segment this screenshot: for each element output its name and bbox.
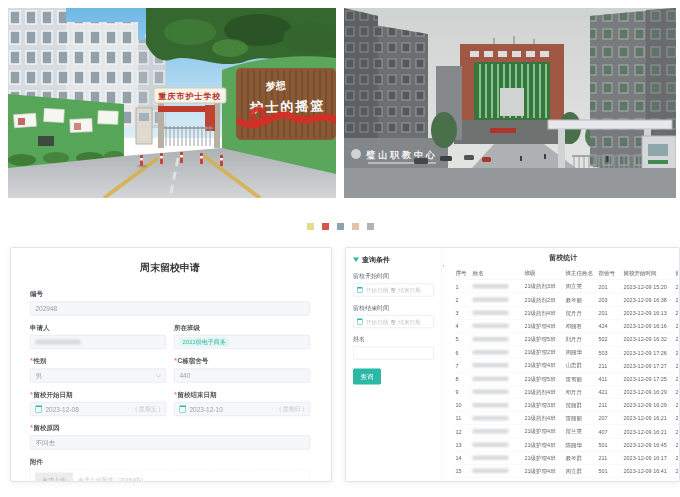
start-time-label: 留校开始时间 (353, 272, 434, 281)
start-date-label: *留校开始日期 (30, 390, 166, 399)
attachment-label: 附件 (30, 457, 310, 466)
stats-title: 留校统计 (454, 253, 674, 262)
chevron-down-icon (156, 372, 162, 378)
stats-table: 序号姓名班级班主任姓名宿舍号留校开始时间留校结束时间 121级药剂3班周立英20… (454, 266, 679, 478)
cell-teacher: 邓丹丹 (564, 385, 597, 398)
calendar-icon (357, 287, 363, 293)
cell-start: 2023-12-09 17:25 (622, 372, 674, 385)
cell-end: 20 (674, 359, 679, 372)
cell-room: 201 (597, 306, 622, 319)
cell-no: 11 (454, 412, 471, 425)
weekend-stay-form-card: 周末留校申请 编号 202948 申请人 所在班级 2021级电子商务 (10, 247, 332, 482)
cell-teacher: 陈丽华 (564, 438, 597, 451)
range-separator: 至 (391, 318, 397, 326)
cell-no: 8 (454, 372, 471, 385)
dorm-value: 440 (180, 372, 191, 380)
field-attachment: 附件 点击上传 点击上传附件（200M内） (30, 457, 310, 482)
cell-no: 13 (454, 438, 471, 451)
name-redacted (473, 310, 509, 315)
cell-start: 2023-12-09 16:21 (622, 412, 674, 425)
cell-room: 201 (597, 280, 622, 293)
cell-end: 20 (674, 385, 679, 398)
range-start-placeholder: 开始日期 (366, 318, 388, 326)
cell-class: 21级药剂3班 (523, 280, 564, 293)
end-time-range-picker[interactable]: 开始日期 至 结束日期 (353, 315, 434, 328)
column-header: 班级 (523, 266, 564, 280)
cell-no: 4 (454, 319, 471, 332)
name-redacted (473, 429, 509, 434)
cell-teacher: 贺丹丹 (564, 306, 597, 319)
cell-end: 20 (674, 451, 679, 464)
name-redacted (473, 324, 509, 329)
table-row: 121级药剂3班周立英2012023-12-09 15:2020 (454, 280, 679, 293)
table-row: 221级药剂2班聂琴丽2032023-12-09 16:3820 (454, 293, 679, 306)
cell-end: 20 (674, 346, 679, 359)
field-number: 编号 202948 (30, 290, 310, 316)
name-filter-input[interactable] (353, 347, 434, 360)
query-conditions-title: 查询条件 (362, 255, 390, 264)
stats-table-area: 留校统计 序号姓名班级班主任姓名宿舍号留校开始时间留校结束时间 121级药剂3班… (449, 248, 679, 479)
cell-teacher: 贺丽群 (564, 398, 597, 411)
cell-start: 2023-12-09 16:32 (622, 333, 674, 346)
cell-teacher: 聂琴群 (564, 451, 597, 464)
cell-teacher: 刘丹丹 (564, 333, 597, 346)
required-mark: * (174, 391, 177, 399)
end-date-picker[interactable]: 2023-12-10 ( 星期日 ) (174, 402, 310, 416)
cell-name (471, 398, 523, 411)
column-header: 留校结束时间 (674, 266, 679, 280)
number-input: 202948 (30, 302, 310, 316)
name-redacted (473, 297, 509, 302)
cell-name (471, 438, 523, 451)
end-date-label: *留校结束日期 (174, 390, 310, 399)
carousel-dot-2[interactable] (322, 223, 329, 230)
column-header: 留校开始时间 (622, 266, 674, 280)
cell-start: 2023-12-09 16:38 (622, 293, 674, 306)
range-end-placeholder: 结束日期 (399, 318, 421, 326)
school-gate-illustration: 梦想 护士的摇篮 重庆市护士学校 (8, 8, 336, 198)
table-row: 1221级护理4班贺兰英4072023-12-09 16:2120 (454, 425, 679, 438)
upload-button: 点击上传 (35, 472, 73, 482)
start-date-picker[interactable]: 2023-12-08 ( 星期五 ) (30, 402, 166, 416)
cell-class: 21级药剂4班 (523, 306, 564, 319)
applicant-value-redacted (36, 340, 81, 345)
carousel-dot-1[interactable] (307, 223, 314, 230)
required-mark: * (30, 391, 33, 399)
carousel-dots (0, 223, 680, 230)
cell-class: 21级药剂2班 (523, 293, 564, 306)
table-row: 921级药剂4班邓丹丹4212023-12-09 16:2920 (454, 385, 679, 398)
carousel-dot-3[interactable] (337, 223, 344, 230)
query-conditions-header: 查询条件 (353, 255, 434, 264)
cell-name (471, 306, 523, 319)
cell-no: 3 (454, 306, 471, 319)
start-weekday: ( 星期五 ) (135, 405, 160, 414)
required-mark: * (30, 357, 33, 365)
cell-no: 14 (454, 451, 471, 464)
cell-room: 211 (597, 451, 622, 464)
cell-room: 207 (597, 412, 622, 425)
cell-room: 502 (597, 333, 622, 346)
name-redacted (473, 442, 509, 447)
start-time-range-picker[interactable]: 开始日期 至 结束日期 (353, 284, 434, 297)
sidebar-collapse-icon[interactable]: ‹ (443, 261, 445, 268)
table-row: 1321级护理4班陈丽华5012023-12-09 16:4520 (454, 438, 679, 451)
name-redacted (473, 363, 509, 368)
query-sidebar: 查询条件 留校开始时间 开始日期 至 结束日期 留校结束时间 开始日期 至 结束… (346, 248, 441, 479)
cell-room: 501 (597, 464, 622, 477)
cell-no: 6 (454, 346, 471, 359)
search-button[interactable]: 查询 (353, 369, 381, 385)
cell-teacher: 雷雪丽 (564, 372, 597, 385)
class-label: 所在班级 (174, 323, 310, 332)
cell-room: 503 (597, 346, 622, 359)
applicant-label: 申请人 (30, 323, 166, 332)
gender-select[interactable]: 男 (30, 369, 166, 383)
cell-end: 20 (674, 438, 679, 451)
cell-end: 20 (674, 280, 679, 293)
cell-start: 2023-12-09 17:27 (622, 359, 674, 372)
end-date-value: 2023-12-10 (190, 405, 223, 413)
cell-end: 20 (674, 398, 679, 411)
name-redacted (473, 376, 509, 381)
gate-sign-text: 重庆市护士学校 (158, 91, 222, 101)
carousel-dot-4[interactable] (352, 223, 359, 230)
cell-name (471, 346, 523, 359)
carousel-dot-5[interactable] (367, 223, 374, 230)
